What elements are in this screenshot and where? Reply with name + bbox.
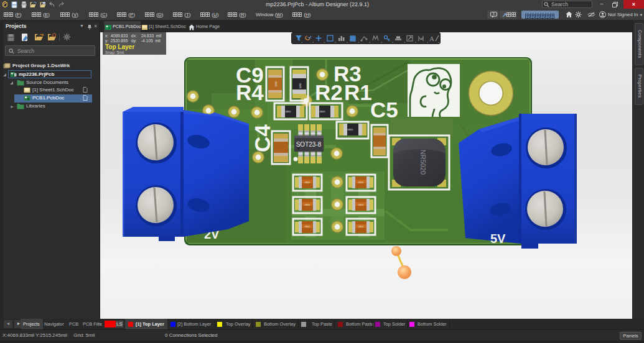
svg-text:0805: 0805 (358, 225, 365, 228)
svg-text:+: + (492, 12, 495, 16)
svg-text:SOT23-8: SOT23-8 (296, 141, 322, 148)
svg-text:0805: 0805 (305, 203, 311, 206)
svg-text:0805: 0805 (358, 203, 365, 206)
svg-text:C4: C4 (250, 124, 274, 152)
svg-text:A: A (429, 35, 434, 42)
svg-text:0805: 0805 (305, 225, 311, 228)
svg-text:0805: 0805 (305, 181, 311, 184)
svg-text:5V: 5V (490, 232, 506, 245)
svg-text:0805: 0805 (358, 181, 365, 184)
svg-text:0805: 0805 (320, 110, 326, 113)
svg-text:0805: 0805 (299, 83, 302, 89)
svg-text:0805: 0805 (274, 81, 278, 88)
svg-text:R4: R4 (236, 80, 264, 104)
svg-text:R1: R1 (344, 80, 372, 104)
svg-text:0805: 0805 (348, 128, 354, 131)
svg-text:R2: R2 (315, 80, 343, 104)
svg-text:C5: C5 (370, 98, 398, 122)
svg-text:NR5020: NR5020 (419, 150, 427, 175)
svg-text:0805: 0805 (286, 110, 292, 113)
